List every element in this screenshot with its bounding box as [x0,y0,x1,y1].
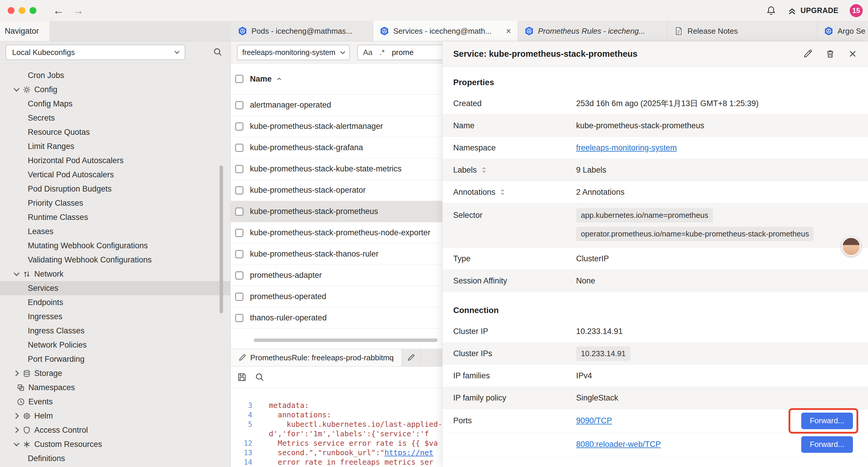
yaml-editor[interactable]: 3metadata: 4 annotations: 5 kubectl.kube… [231,401,442,467]
select-all-checkbox[interactable] [235,75,243,83]
sidebar-item-events[interactable]: Events [0,395,230,409]
property-label: IP family policy [453,393,506,403]
window-minimize-button[interactable] [19,7,25,14]
window-zoom-button[interactable] [30,7,36,14]
sidebar-item-definitions[interactable]: Definitions [0,451,230,466]
tab-pods[interactable]: Pods - icecheng@mathmas... [231,21,373,41]
forward-icon[interactable]: → [73,5,84,16]
row-checkbox[interactable] [235,250,243,258]
bell-icon[interactable] [766,6,776,16]
sidebar-item-access-control[interactable]: Access Control [0,423,230,437]
row-checkbox[interactable] [235,101,243,109]
sidebar-item-storage[interactable]: Storage [0,366,230,380]
sidebar-item-pod-disruption-budgets[interactable]: Pod Disruption Budgets [0,182,230,196]
table-row[interactable]: kube-prometheus-stack-grafana [231,137,442,158]
search-input[interactable]: Aa .* prome [357,45,442,60]
table-row[interactable]: kube-prometheus-stack-kube-state-metrics [231,158,442,180]
forward-button[interactable]: Forward... [801,413,853,429]
kubeconfig-selector[interactable]: Local Kubeconfigs [6,45,185,60]
table-row[interactable]: prometheus-adapter [231,265,442,286]
table-row-selected[interactable]: kube-prometheus-stack-prometheus [231,201,442,222]
property-value[interactable]: 9 Labels [576,166,606,175]
sidebar-item-limit-ranges[interactable]: Limit Ranges [0,139,230,153]
search-icon[interactable] [255,372,265,382]
sidebar-item-secrets[interactable]: Secrets [0,111,230,125]
navigator-panel-tab[interactable]: Navigator [0,21,50,41]
sidebar-item-mutating-webhook-configurations[interactable]: Mutating Webhook Configurations [0,238,230,253]
sidebar-item-vertical-pod-autoscalers[interactable]: Vertical Pod Autoscalers [0,168,230,182]
match-case-toggle[interactable]: Aa [363,48,373,57]
sidebar-item-resource-quotas[interactable]: Resource Quotas [0,125,230,139]
table-row[interactable]: alertmanager-operated [231,95,442,116]
row-checkbox[interactable] [235,271,243,280]
row-checkbox[interactable] [235,144,243,152]
sidebar-item-config-maps[interactable]: Config Maps [0,97,230,111]
sidebar-item-validating-webhook-configurations[interactable]: Validating Webhook Configurations [0,253,230,267]
row-checkbox[interactable] [235,207,243,216]
pencil-icon [239,354,246,361]
sidebar-item-services[interactable]: Services [0,281,230,295]
expand-collapse-icon[interactable] [499,188,506,196]
tab-services[interactable]: Services - icecheng@math... × [373,21,518,41]
row-checkbox[interactable] [235,229,243,237]
sidebar-item-custom-resources[interactable]: Custom Resources [0,437,230,451]
delete-icon[interactable] [826,49,835,59]
sidebar-item-leases[interactable]: Leases [0,224,230,238]
namespace-filter-select[interactable]: freeleaps-monitoring-system [237,45,350,60]
table-row[interactable]: kube-prometheus-stack-operator [231,180,442,201]
row-checkbox[interactable] [235,122,243,130]
code-text: metadata: [269,401,309,410]
tab-argo[interactable]: Argo Se [817,21,868,41]
kubeconfig-bar: Local Kubeconfigs [0,41,230,63]
row-checkbox[interactable] [235,293,243,301]
upgrade-button[interactable]: UPGRADE [787,6,838,16]
forward-button[interactable]: Forward... [801,436,853,453]
sidebar-item-horizontal-pod-autoscalers[interactable]: Horizontal Pod Autoscalers [0,153,230,168]
sidebar-item-config[interactable]: Config [0,83,230,97]
row-checkbox[interactable] [235,165,243,173]
table-row[interactable]: kube-prometheus-stack-prometheus-node-ex… [231,222,442,243]
sidebar-scrollbar[interactable] [219,166,223,313]
sort-ascending-icon[interactable] [275,75,283,83]
table-row[interactable]: kube-prometheus-stack-alertmanager [231,116,442,137]
name-column-header[interactable]: Name [250,75,272,84]
close-icon[interactable] [848,49,857,59]
sidebar-item-cron-jobs[interactable]: Cron Jobs [0,68,230,83]
editor-tab-partial[interactable] [402,349,421,366]
regex-toggle[interactable]: .* [380,48,385,57]
tab-close-icon[interactable]: × [506,27,511,35]
port-link[interactable]: 9090/TCP [576,416,612,425]
sidebar-item-helm[interactable]: Helm [0,409,230,423]
table-row[interactable]: kube-prometheus-stack-thanos-ruler [231,243,442,265]
sidebar-item-endpoints[interactable]: Endpoints [0,295,230,310]
sidebar-item-ingresses[interactable]: Ingresses [0,310,230,324]
property-value[interactable]: 2 Annotations [576,188,625,197]
editor-tab-prometheusrule[interactable]: PrometheusRule: freeleaps-prod-rabbitmq [231,349,402,366]
expand-collapse-icon[interactable] [480,167,488,174]
sidebar-item-label: Definitions [28,454,65,463]
search-icon[interactable] [213,47,222,57]
row-checkbox[interactable] [235,186,243,195]
sidebar-item-network-policies[interactable]: Network Policies [0,338,230,352]
back-icon[interactable]: ← [53,5,64,16]
port-link[interactable]: 8080:reloader-web/TCP [576,440,661,449]
sidebar-item-priority-classes[interactable]: Priority Classes [0,196,230,210]
window-close-button[interactable] [8,7,14,14]
horizontal-scrollbar[interactable] [254,339,438,342]
sidebar-item-runtime-classes[interactable]: Runtime Classes [0,210,230,224]
sidebar-item-namespaces[interactable]: Namespaces [0,380,230,395]
tab-prometheus-rules[interactable]: Prometheus Rules - icecheng... [518,21,668,41]
avatar[interactable] [842,237,861,256]
sidebar-item-ingress-classes[interactable]: Ingress Classes [0,324,230,338]
notification-badge[interactable]: 15 [850,4,863,17]
property-value: None [576,276,595,286]
table-row[interactable]: thanos-ruler-operated [231,308,442,329]
sidebar-item-port-forwarding[interactable]: Port Forwarding [0,352,230,366]
row-checkbox[interactable] [235,314,243,322]
table-row[interactable]: prometheus-operated [231,286,442,308]
sidebar-item-network[interactable]: Network [0,267,230,281]
edit-icon[interactable] [803,49,812,59]
tab-release-notes[interactable]: Release Notes [668,21,817,41]
namespace-link[interactable]: freeleaps-monitoring-system [576,143,677,152]
save-icon[interactable] [237,372,247,382]
